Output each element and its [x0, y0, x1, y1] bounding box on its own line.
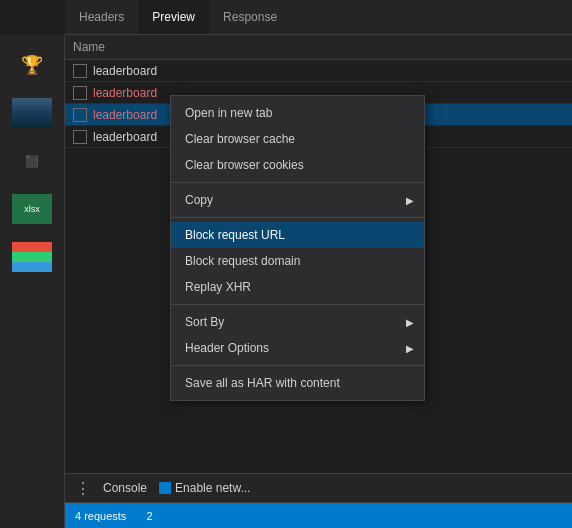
row-name: leaderboard: [93, 64, 157, 78]
enable-network-label: Enable netw...: [159, 481, 250, 495]
colorful-thumbnail[interactable]: [12, 237, 52, 277]
menu-item-replay-xhr[interactable]: Replay XHR: [171, 274, 424, 300]
tab-preview[interactable]: Preview: [138, 0, 209, 34]
menu-item-open-new-tab[interactable]: Open in new tab: [171, 100, 424, 126]
row-checkbox[interactable]: [73, 64, 87, 78]
row-name: leaderboard: [93, 130, 157, 144]
menu-item-clear-cookies[interactable]: Clear browser cookies: [171, 152, 424, 178]
sidebar: 🏆 ⬛ xlsx: [0, 35, 65, 528]
console-bar: ⋮ Console Enable netw...: [65, 473, 572, 503]
tab-headers[interactable]: Headers: [65, 0, 138, 34]
header-options-submenu-arrow: ▶: [406, 343, 414, 354]
menu-separator-4: [171, 365, 424, 366]
menu-item-copy[interactable]: Copy ▶: [171, 187, 424, 213]
trophy-icon[interactable]: 🏆: [12, 45, 52, 85]
row-checkbox[interactable]: [73, 108, 87, 122]
row-checkbox[interactable]: [73, 130, 87, 144]
file-icon[interactable]: ⬛: [12, 141, 52, 181]
row-name: leaderboard: [93, 108, 157, 122]
table-row[interactable]: leaderboard: [65, 60, 572, 82]
tab-response[interactable]: Response: [209, 0, 291, 34]
menu-item-clear-cache[interactable]: Clear browser cache: [171, 126, 424, 152]
excel-thumbnail[interactable]: xlsx: [12, 189, 52, 229]
menu-item-save-har[interactable]: Save all as HAR with content: [171, 370, 424, 396]
console-label: Console: [103, 481, 147, 495]
enable-checkbox[interactable]: [159, 482, 171, 494]
requests-count: 4 requests: [75, 510, 126, 522]
row-checkbox[interactable]: [73, 86, 87, 100]
menu-separator-2: [171, 217, 424, 218]
status-bar: 4 requests 2: [65, 503, 572, 528]
context-menu: Open in new tab Clear browser cache Clea…: [170, 95, 425, 401]
menu-item-sort-by[interactable]: Sort By ▶: [171, 309, 424, 335]
console-menu-icon[interactable]: ⋮: [75, 479, 91, 498]
tab-bar: Headers Preview Response: [65, 0, 572, 35]
menu-item-block-domain[interactable]: Block request domain: [171, 248, 424, 274]
menu-item-block-url[interactable]: Block request URL: [171, 222, 424, 248]
row-name: leaderboard: [93, 86, 157, 100]
size-value: 2: [146, 510, 152, 522]
menu-item-header-options[interactable]: Header Options ▶: [171, 335, 424, 361]
name-column-header: Name: [73, 40, 313, 54]
menu-separator-3: [171, 304, 424, 305]
network-table-header: Name: [65, 35, 572, 60]
menu-separator-1: [171, 182, 424, 183]
copy-submenu-arrow: ▶: [406, 195, 414, 206]
sort-submenu-arrow: ▶: [406, 317, 414, 328]
city-thumbnail[interactable]: [12, 93, 52, 133]
